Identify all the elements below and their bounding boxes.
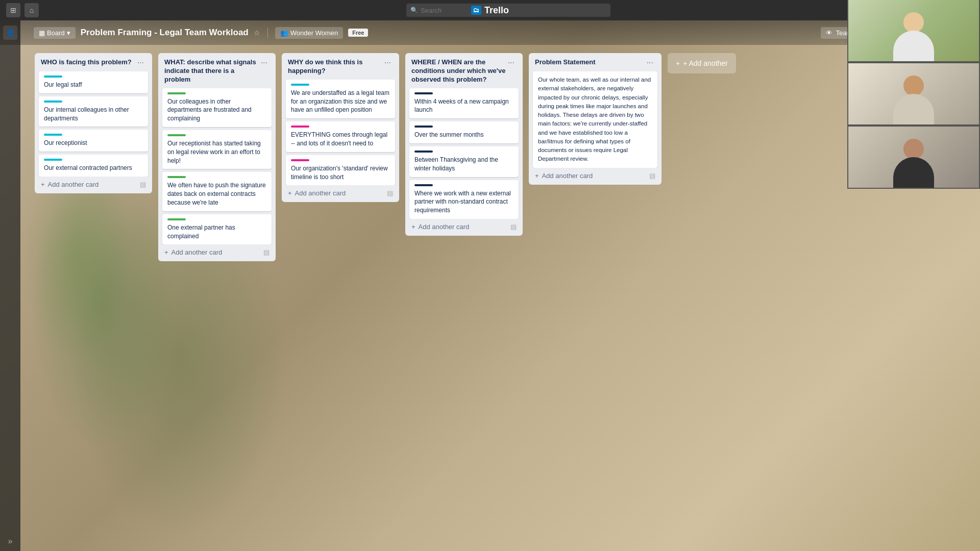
add-card-label: Add another card — [542, 172, 593, 180]
card-bar — [414, 184, 433, 186]
card-who-3[interactable]: Our receptionist — [39, 130, 148, 152]
person-body-1 — [893, 31, 934, 61]
free-badge: Free — [348, 29, 368, 37]
card-bar — [291, 159, 309, 161]
archive-icon[interactable]: ▤ — [510, 223, 517, 231]
list-where-add-button[interactable]: + Add another card ▤ — [405, 219, 523, 236]
card-bar — [167, 134, 186, 136]
list-what-menu-button[interactable]: ··· — [259, 58, 270, 67]
trello-logo: 🗂 Trello — [471, 5, 509, 16]
card-statement-1[interactable]: Our whole team, as well as our internal … — [533, 71, 657, 168]
list-where-cards: Within 4 weeks of a new campaign launch … — [405, 88, 523, 219]
video-participant-1 — [847, 0, 980, 62]
home-icon[interactable]: ⌂ — [24, 3, 39, 17]
card-where-4[interactable]: Where we work with a new external partne… — [409, 180, 519, 219]
add-card-label: Add another card — [172, 248, 223, 256]
card-bar — [291, 84, 309, 86]
board-breadcrumb-label: Board — [47, 29, 65, 37]
list-what-add-button[interactable]: + Add another card ▤ — [158, 244, 276, 261]
archive-icon[interactable]: ▤ — [649, 172, 655, 180]
plus-icon: + — [411, 223, 415, 231]
card-what-2[interactable]: Our receptionist has started taking on l… — [162, 130, 272, 169]
add-list-button[interactable]: + + Add another — [668, 53, 736, 73]
plus-icon: + — [288, 189, 292, 197]
card-where-3[interactable]: Between Thanksgiving and the winter holi… — [409, 146, 519, 177]
list-statement-menu-button[interactable]: ··· — [645, 58, 655, 67]
card-text: Within 4 weeks of a new campaign launch — [414, 98, 509, 114]
plus-icon: + — [535, 172, 539, 180]
card-text: We often have to push the signature date… — [167, 182, 266, 206]
card-who-1[interactable]: Our legal staff — [39, 71, 148, 93]
person-head-1 — [903, 12, 924, 33]
apps-icon[interactable]: ⊞ — [6, 3, 20, 17]
card-bar — [167, 176, 186, 178]
board-title: Problem Framing - Legal Team Workload — [81, 28, 249, 38]
card-who-2[interactable]: Our internal colleagues in other departm… — [39, 96, 148, 127]
card-bar — [414, 151, 433, 153]
trello-wordmark: Trello — [484, 5, 509, 16]
card-text: Our organization's 'standard' review tim… — [291, 165, 388, 181]
list-who-header: WHO is facing this problem? ··· — [35, 53, 152, 71]
archive-icon[interactable]: ▤ — [140, 181, 146, 188]
list-why: WHY do we think this is happening? ··· W… — [282, 53, 399, 202]
card-what-3[interactable]: We often have to push the signature date… — [162, 172, 272, 211]
eye-icon: 👁 — [826, 29, 832, 37]
card-where-2[interactable]: Over the summer months — [409, 121, 519, 143]
video-participant-2 — [847, 62, 980, 126]
card-text: EVERYTHING comes through legal -- and lo… — [291, 131, 387, 147]
list-where-header: WHERE / WHEN are the conditions under wh… — [405, 53, 523, 88]
board-header: ▦ Board ▾ Problem Framing - Legal Team W… — [0, 20, 980, 45]
list-who-add-button[interactable]: + Add another card ▤ — [35, 177, 152, 193]
card-text: Our receptionist — [44, 139, 87, 146]
list-who-menu-button[interactable]: ··· — [135, 58, 146, 67]
list-statement: Problem Statement ··· Our whole team, as… — [529, 53, 662, 185]
team-name-label: Wonder Women — [290, 29, 338, 37]
list-what: WHAT: describe what signals indicate tha… — [158, 53, 276, 261]
archive-icon[interactable]: ▤ — [387, 189, 393, 197]
list-who: WHO is facing this problem? ··· Our lega… — [35, 53, 152, 193]
header-separator — [267, 28, 268, 38]
wonder-women-button[interactable]: 👥 Wonder Women — [275, 27, 343, 39]
card-why-2[interactable]: EVERYTHING comes through legal -- and lo… — [286, 121, 395, 152]
add-card-label: Add another card — [48, 181, 99, 188]
person-body-3 — [893, 157, 934, 188]
plus-icon: + — [164, 248, 168, 256]
team-icon: 👥 — [280, 29, 288, 37]
board-breadcrumb-button[interactable]: ▦ Board ▾ — [34, 27, 76, 39]
card-where-1[interactable]: Within 4 weeks of a new campaign launch — [409, 88, 519, 119]
add-list-label: + Add another — [683, 59, 728, 67]
list-statement-cards: Our whole team, as well as our internal … — [529, 71, 662, 168]
board-chevron-icon: ▾ — [67, 29, 70, 37]
card-text: We are understaffed as a legal team for … — [291, 89, 389, 114]
plus-icon: + — [41, 181, 45, 188]
list-what-title: WHAT: describe what signals indicate tha… — [164, 58, 259, 84]
sidebar-expand-icon[interactable]: » — [8, 537, 13, 546]
list-what-cards: Our colleagues in other departments are … — [158, 88, 276, 245]
topbar: ⊞ ⌂ 🔍 🗂 Trello — [0, 0, 980, 20]
list-statement-add-button[interactable]: + Add another card ▤ — [529, 168, 662, 185]
list-who-cards: Our legal staff Our internal colleagues … — [35, 71, 152, 177]
list-where-menu-button[interactable]: ··· — [506, 58, 517, 67]
card-text: Our receptionist has started taking on l… — [167, 140, 261, 164]
board-star-icon[interactable]: ☆ — [254, 29, 260, 37]
card-who-4[interactable]: Our external contracted partners — [39, 155, 148, 177]
list-why-title: WHY do we think this is happening? — [288, 58, 382, 76]
add-card-label: Add another card — [295, 189, 346, 197]
add-card-label: Add another card — [419, 223, 470, 231]
list-why-menu-button[interactable]: ··· — [382, 58, 393, 67]
list-why-add-button[interactable]: + Add another card ▤ — [282, 185, 399, 202]
card-text: Between Thanksgiving and the winter holi… — [414, 156, 498, 172]
card-why-3[interactable]: Our organization's 'standard' review tim… — [286, 155, 395, 186]
card-what-1[interactable]: Our colleagues in other departments are … — [162, 88, 272, 127]
list-why-cards: We are understaffed as a legal team for … — [282, 80, 399, 186]
card-why-1[interactable]: We are understaffed as a legal team for … — [286, 80, 395, 118]
card-bar — [44, 134, 62, 136]
plus-icon: + — [676, 59, 680, 67]
card-text: Our whole team, as well as our internal … — [538, 77, 651, 162]
trello-icon: 🗂 — [471, 6, 481, 15]
card-what-4[interactable]: One external partner has complained — [162, 214, 272, 245]
video-panel — [847, 0, 980, 189]
archive-icon[interactable]: ▤ — [263, 248, 270, 256]
list-statement-title: Problem Statement — [535, 58, 645, 67]
person-head-3 — [903, 139, 924, 159]
